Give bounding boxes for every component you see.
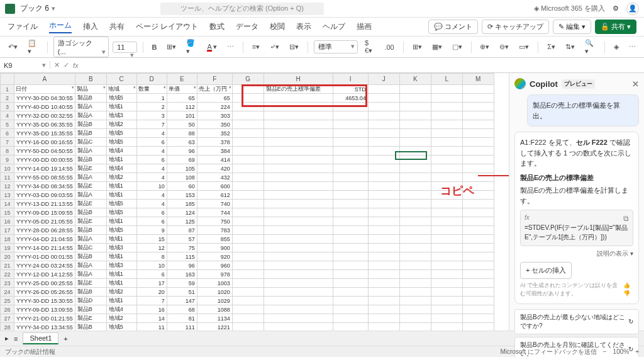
- data-cell[interactable]: 50: [167, 120, 197, 129]
- insert-cell-button[interactable]: + セルの挿入: [520, 262, 572, 279]
- data-cell[interactable]: 384: [197, 147, 232, 156]
- wrap-button[interactable]: ⤶▾: [267, 41, 282, 53]
- data-cell[interactable]: YYYY-50-DD 04:50:55: [14, 147, 75, 156]
- col-header[interactable]: I: [333, 74, 368, 85]
- col-header[interactable]: K: [399, 74, 431, 85]
- table-header[interactable]: 単価: [167, 85, 197, 94]
- data-cell[interactable]: 185: [167, 200, 197, 208]
- row-header[interactable]: 3: [1, 103, 14, 111]
- zoom-in-button[interactable]: +: [635, 348, 639, 355]
- row-header[interactable]: 1: [1, 85, 14, 94]
- data-cell[interactable]: YYYY-13-DD 21:13:55: [14, 200, 75, 208]
- col-header[interactable]: H: [264, 74, 333, 85]
- data-cell[interactable]: 地域1: [106, 217, 136, 226]
- copilot-toolbar-button[interactable]: ◈: [611, 41, 622, 53]
- show-explanation-link[interactable]: 説明の表示 ▾: [520, 249, 633, 258]
- menu-ファイル[interactable]: ファイル: [8, 21, 38, 32]
- menu-数式[interactable]: 数式: [209, 21, 225, 32]
- data-cell[interactable]: 6: [136, 156, 167, 164]
- data-cell[interactable]: 14: [136, 314, 167, 323]
- row-header[interactable]: 9: [1, 156, 14, 164]
- row-header[interactable]: 18: [1, 235, 14, 244]
- row-header[interactable]: 12: [1, 182, 14, 191]
- name-box[interactable]: K9▾: [0, 61, 50, 69]
- font-color-button[interactable]: A▾: [204, 41, 219, 54]
- menu-挿入[interactable]: 挿入: [83, 21, 98, 32]
- data-cell[interactable]: YYYY-09-DD 15:09:55: [14, 208, 75, 217]
- data-cell[interactable]: 製品B: [75, 288, 106, 297]
- row-header[interactable]: 28: [1, 323, 14, 331]
- data-cell[interactable]: 製品B: [75, 226, 106, 235]
- menu-描画[interactable]: 描画: [357, 21, 372, 32]
- data-cell[interactable]: 地域3: [106, 111, 136, 120]
- row-header[interactable]: 25: [1, 297, 14, 305]
- data-cell[interactable]: 65: [167, 94, 197, 103]
- accept-formula-icon[interactable]: ✓: [64, 61, 69, 69]
- col-header[interactable]: C: [106, 74, 136, 85]
- more-font-button[interactable]: ⋯: [224, 41, 237, 53]
- data-cell[interactable]: YYYY-04-DD 21:04:55: [14, 235, 75, 244]
- table-header[interactable]: 数量: [136, 85, 167, 94]
- data-cell[interactable]: YYYY-14-DD 21:14:55: [14, 244, 75, 252]
- data-cell[interactable]: 1088: [197, 305, 232, 314]
- data-cell[interactable]: YYYY-40-DD 10:40:55: [14, 103, 75, 111]
- row-header[interactable]: 21: [1, 261, 14, 270]
- data-cell[interactable]: 地域2: [106, 288, 136, 297]
- cond-format-button[interactable]: ⊞▾: [409, 41, 425, 53]
- delete-cells-button[interactable]: ⊖▾: [496, 41, 512, 53]
- data-cell[interactable]: YYYY-30-DD 04:30:55: [14, 94, 75, 103]
- data-cell[interactable]: 3: [136, 111, 167, 120]
- row-header[interactable]: 5: [1, 120, 14, 129]
- data-cell[interactable]: 7: [136, 120, 167, 129]
- row-header[interactable]: 4: [1, 111, 14, 120]
- data-cell[interactable]: YYYY-09-DD 13:09:55: [14, 305, 75, 314]
- data-cell[interactable]: 地域5: [106, 94, 136, 103]
- data-cell[interactable]: 製品A: [75, 235, 106, 244]
- data-cell[interactable]: 414: [197, 156, 232, 164]
- data-cell[interactable]: 製品A: [75, 173, 106, 182]
- sheet-nav-icon[interactable]: ▸: [5, 334, 9, 343]
- menu-表示[interactable]: 表示: [296, 21, 311, 32]
- data-cell[interactable]: 製品C: [75, 244, 106, 252]
- data-cell[interactable]: 10: [136, 182, 167, 191]
- col-header[interactable]: J: [368, 74, 399, 85]
- data-cell[interactable]: YYYY-25-DD 00:25:55: [14, 279, 75, 288]
- data-cell[interactable]: 製品E: [75, 182, 106, 191]
- data-cell[interactable]: 8: [136, 252, 167, 261]
- data-cell[interactable]: 製品B: [75, 94, 106, 103]
- format-cells-button[interactable]: ▭▾: [516, 41, 532, 53]
- row-header[interactable]: 24: [1, 288, 14, 297]
- row-header[interactable]: 22: [1, 270, 14, 279]
- data-cell[interactable]: 900: [197, 244, 232, 252]
- data-cell[interactable]: 製品B: [75, 305, 106, 314]
- data-cell[interactable]: 111: [167, 323, 197, 331]
- data-cell[interactable]: 87: [167, 226, 197, 235]
- data-cell[interactable]: 地域1: [106, 191, 136, 200]
- data-cell[interactable]: YYYY-34-DD 13:34:55: [14, 323, 75, 331]
- data-cell[interactable]: 6: [136, 217, 167, 226]
- data-cell[interactable]: 製品E: [75, 200, 106, 208]
- data-cell[interactable]: 101: [167, 111, 197, 120]
- col-header[interactable]: E: [167, 74, 197, 85]
- data-cell[interactable]: 地域2: [106, 173, 136, 182]
- row-header[interactable]: 14: [1, 200, 14, 208]
- data-cell[interactable]: 81: [167, 314, 197, 323]
- data-cell[interactable]: 51: [167, 288, 197, 297]
- zoom-level[interactable]: 100%: [613, 348, 630, 355]
- data-cell[interactable]: 88: [167, 129, 197, 138]
- suggestion-chip-1[interactable]: 製品Bの売上が最も少ない地域はどこですか?↻: [514, 309, 639, 334]
- data-cell[interactable]: 125: [167, 217, 197, 226]
- row-header[interactable]: 2: [1, 94, 14, 103]
- data-cell[interactable]: YYYY-01-DD 00:01:55: [14, 252, 75, 261]
- data-cell[interactable]: 1221: [197, 323, 232, 331]
- font-size-select[interactable]: 11: [113, 42, 136, 53]
- data-cell[interactable]: 製品D: [75, 297, 106, 305]
- data-cell[interactable]: 20: [136, 288, 167, 297]
- data-cell[interactable]: 製品C: [75, 138, 106, 147]
- data-cell[interactable]: 17: [136, 279, 167, 288]
- data-cell[interactable]: 420: [197, 164, 232, 173]
- data-cell[interactable]: 地域4: [106, 147, 136, 156]
- row-header[interactable]: 15: [1, 208, 14, 217]
- row-header[interactable]: 26: [1, 305, 14, 314]
- merge-button[interactable]: ⊟▾: [286, 41, 302, 53]
